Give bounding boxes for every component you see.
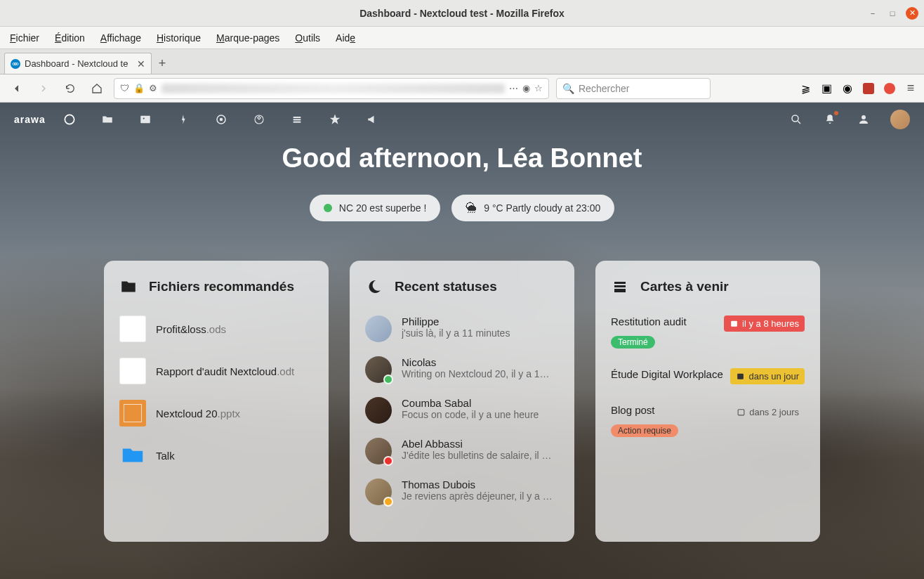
tab-close-button[interactable]: ✕	[137, 58, 145, 70]
reader-icon[interactable]: ◉	[522, 83, 530, 93]
nc-app-activity-icon[interactable]	[176, 112, 190, 126]
card-due-badge: dans 2 jours	[731, 404, 805, 420]
status-name: Coumba Sabal	[402, 397, 559, 409]
browser-tab[interactable]: Dashboard - Nextcloud te ✕	[4, 53, 152, 74]
menu-fichier[interactable]: Fichier	[10, 32, 39, 44]
file-row[interactable]: Talk	[119, 442, 313, 469]
status-message: Focus on code, il y a une heure	[402, 409, 559, 420]
nc-app-deck-icon[interactable]	[290, 112, 304, 126]
online-badge-icon	[383, 375, 393, 384]
menu-edition[interactable]: Édition	[55, 32, 85, 44]
menu-marquepages[interactable]: Marque-pages	[216, 32, 279, 44]
menu-aide[interactable]: Aide	[336, 32, 355, 44]
extension-ublock-icon[interactable]	[862, 82, 875, 95]
status-dot-icon	[324, 204, 332, 212]
card-due-badge: il y a 8 heures	[724, 315, 805, 332]
nc-app-list	[62, 112, 380, 126]
forward-button[interactable]	[34, 79, 53, 98]
svg-rect-18	[738, 410, 744, 415]
menu-outils[interactable]: Outils	[295, 32, 320, 44]
search-placeholder: Rechercher	[579, 83, 629, 94]
nc-user-avatar[interactable]	[890, 110, 910, 129]
status-name: Thomas Dubois	[402, 479, 559, 490]
nc-app-announcements-icon[interactable]	[366, 112, 380, 126]
new-tab-button[interactable]: +	[152, 53, 173, 74]
moon-icon	[365, 278, 383, 296]
menu-affichage[interactable]: Affichage	[100, 32, 141, 44]
weather-icon: 🌦	[466, 202, 477, 214]
nc-app-talk-icon[interactable]	[214, 112, 228, 126]
back-button[interactable]	[7, 79, 27, 98]
calendar-icon	[730, 319, 739, 328]
widget-statuses-header: Recent statuses	[365, 278, 559, 296]
card-row[interactable]: Restitution audit il y a 8 heures Termin…	[611, 315, 805, 349]
nc-contacts-icon[interactable]	[857, 112, 871, 126]
bookmark-star-icon[interactable]: ☆	[534, 83, 543, 93]
window-maximize-button[interactable]: □	[886, 7, 899, 20]
status-message: Writing on Nextcloud 20, il y a 1…	[402, 368, 559, 379]
card-row[interactable]: Étude Digital Workplace dans un jour	[611, 368, 805, 384]
weather-pill[interactable]: 🌦 9 °C Partly cloudy at 23:00	[451, 195, 614, 221]
nc-app-bookmarks-icon[interactable]	[328, 112, 342, 126]
menu-historique[interactable]: Historique	[157, 32, 201, 44]
app-menu-button[interactable]: ≡	[904, 82, 917, 95]
page-actions-icon[interactable]: ⋯	[509, 83, 518, 93]
status-name: Abel Abbassi	[402, 438, 559, 450]
nc-app-photos-icon[interactable]	[138, 112, 152, 126]
status-pill[interactable]: NC 20 est superbe !	[310, 195, 441, 221]
url-bar[interactable]: 🛡 🔒 ⚙ ⋯ ◉ ☆	[114, 78, 549, 99]
avatar	[365, 315, 392, 342]
nc-notifications-icon[interactable]	[823, 112, 837, 126]
extension-abp-icon[interactable]	[883, 82, 896, 95]
status-row[interactable]: Coumba Sabal Focus on code, il y a une h…	[365, 397, 559, 424]
window-minimize-button[interactable]: −	[866, 7, 879, 20]
home-button[interactable]	[87, 79, 107, 98]
card-label: Action requise	[611, 424, 678, 437]
dnd-badge-icon	[383, 456, 393, 466]
file-row[interactable]: Profit&loss.ods	[119, 315, 313, 342]
status-row[interactable]: Abel Abbassi J'édite les bulletins de sa…	[365, 438, 559, 464]
svg-rect-8	[293, 117, 301, 118]
reload-button[interactable]	[60, 79, 80, 98]
nc-brand[interactable]: arawa	[14, 114, 46, 125]
svg-point-11	[792, 115, 798, 122]
folder-thumb-icon	[119, 442, 146, 469]
sidebar-icon[interactable]: ▣	[820, 82, 833, 95]
favicon-icon	[11, 59, 20, 69]
library-icon[interactable]: ⫺	[799, 82, 812, 95]
card-label: Terminé	[611, 336, 655, 349]
svg-rect-14	[614, 285, 626, 287]
status-row[interactable]: Nicolas Writing on Nextcloud 20, il y a …	[365, 356, 559, 383]
file-name: Talk	[156, 450, 175, 462]
widget-cards-header: Cartes à venir	[611, 278, 805, 296]
window-titlebar: Dashboard - Nextcloud test - Mozilla Fir…	[0, 0, 924, 27]
svg-rect-17	[738, 374, 744, 379]
deck-icon	[611, 278, 629, 296]
window-controls: − □ ✕	[866, 7, 918, 20]
file-row[interactable]: Nextcloud 20.pptx	[119, 400, 313, 427]
file-row[interactable]: Rapport d'audit Nextcloud.odt	[119, 358, 313, 384]
svg-rect-9	[293, 119, 301, 120]
search-bar[interactable]: 🔍 Rechercher	[556, 78, 711, 99]
weather-pill-text: 9 °C Partly cloudy at 23:00	[484, 202, 600, 214]
status-row[interactable]: Philippe j'suis là, il y a 11 minutes	[365, 315, 559, 342]
greeting-text: Good afternoon, Léa Bonnet	[0, 143, 924, 174]
svg-point-5	[143, 117, 144, 119]
extension-icon-1[interactable]: ◉	[841, 82, 854, 95]
card-due-badge: dans un jour	[730, 368, 805, 384]
avatar	[365, 397, 392, 424]
nc-app-files-icon[interactable]	[100, 112, 114, 126]
nc-app-circles-icon[interactable]	[252, 112, 266, 126]
svg-point-3	[65, 115, 74, 124]
nc-search-icon[interactable]	[789, 112, 803, 126]
window-close-button[interactable]: ✕	[906, 7, 918, 20]
file-name: Rapport d'audit Nextcloud.odt	[156, 365, 294, 377]
card-row[interactable]: Blog post dans 2 jours Action requise	[611, 404, 805, 437]
widget-cards-title: Cartes à venir	[640, 279, 729, 294]
file-name: Profit&loss.ods	[156, 323, 226, 335]
nc-app-dashboard-icon[interactable]	[62, 112, 77, 126]
away-badge-icon	[383, 497, 393, 507]
lock-icon: 🔒	[133, 83, 145, 93]
status-row[interactable]: Thomas Dubois Je reviens après déjeuner,…	[365, 479, 559, 505]
search-icon: 🔍	[562, 83, 574, 94]
